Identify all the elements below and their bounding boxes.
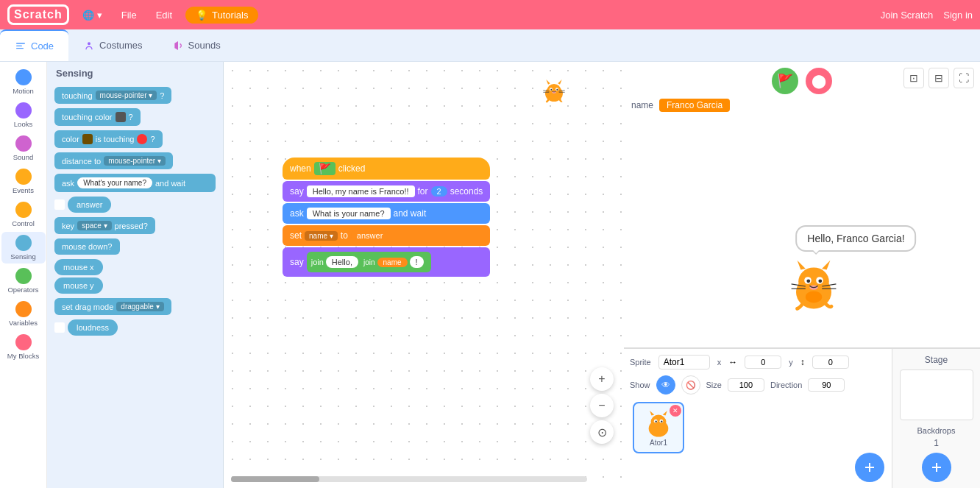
add-sprite-button[interactable]: [855, 453, 884, 482]
fit-button[interactable]: ⊙: [590, 420, 614, 444]
collapse-stage-button[interactable]: ⊟: [928, 68, 949, 88]
show-eye-button[interactable]: 👁: [656, 375, 675, 395]
block-touching-color[interactable]: touching color ?: [54, 108, 141, 126]
block-mouse-x[interactable]: mouse x: [54, 259, 103, 275]
say-label: say: [290, 186, 304, 197]
block-when-flag-clicked[interactable]: when 🚩 clicked: [283, 158, 490, 180]
sidebar-item-sensing[interactable]: Sensing: [1, 232, 46, 264]
block-mouse-down[interactable]: mouse down?: [54, 238, 120, 255]
looks-label: Looks: [14, 120, 32, 128]
svg-point-36: [661, 420, 662, 422]
sprite-name-input[interactable]: [658, 355, 710, 369]
blocks-panel-title: Sensing: [53, 68, 217, 79]
block-say-join[interactable]: say join Hello, join name !: [283, 247, 490, 277]
answer-checkbox[interactable]: [54, 199, 65, 210]
x-icon: ↔: [728, 357, 737, 367]
tutorials-button[interactable]: 💡 Tutorials: [185, 7, 258, 24]
sidebar-item-events[interactable]: Events: [1, 166, 46, 197]
name-dropdown: name ▾: [305, 231, 338, 241]
join-scratch-link[interactable]: Join Scratch: [881, 10, 934, 21]
sidebar-item-motion[interactable]: Motion: [1, 66, 46, 98]
block-ask-and-wait[interactable]: ask What is your name? and wait: [283, 203, 490, 224]
variables-label: Variables: [9, 319, 38, 327]
sidebar-item-control[interactable]: Control: [1, 199, 46, 230]
zoom-out-button[interactable]: −: [590, 394, 614, 417]
to-label: to: [341, 230, 348, 241]
sensing-dot: [15, 235, 32, 251]
scrollbar-thumb[interactable]: [231, 476, 319, 482]
sensing-label: Sensing: [10, 252, 35, 261]
stop-button[interactable]: ⬤: [806, 68, 832, 94]
block-set-drag-mode[interactable]: set drag mode draggable ▾: [54, 298, 171, 315]
tab-code[interactable]: Code: [0, 29, 68, 61]
block-answer[interactable]: answer: [68, 197, 111, 213]
sidebar-item-my-blocks[interactable]: My Blocks: [1, 331, 46, 363]
sidebar-item-looks[interactable]: Looks: [1, 99, 46, 131]
green-flag-button[interactable]: 🚩: [772, 68, 798, 94]
block-loudness[interactable]: loudness: [68, 319, 118, 336]
block-key-pressed[interactable]: key space ▾ pressed?: [54, 217, 155, 234]
block-mouse-y[interactable]: mouse y: [54, 277, 103, 294]
variables-dot: [15, 301, 32, 317]
svg-point-22: [818, 279, 822, 283]
file-menu[interactable]: File: [116, 7, 143, 24]
sidebar-item-variables[interactable]: Variables: [1, 298, 46, 330]
block-distance-to[interactable]: distance to mouse-pointer ▾: [54, 152, 173, 169]
loudness-checkbox[interactable]: [54, 322, 65, 333]
language-selector[interactable]: 🌐 ▾: [77, 7, 108, 24]
speech-bubble: Hello, Franco Garcia!: [795, 225, 916, 252]
lightbulb-icon: 💡: [196, 10, 207, 21]
svg-marker-12: [558, 79, 561, 85]
svg-point-5: [547, 84, 561, 96]
add-backdrop-button[interactable]: [922, 453, 951, 482]
fullscreen-button[interactable]: ⛶: [954, 68, 974, 88]
x-position-input[interactable]: [745, 356, 781, 369]
variable-display: name Franco Garcia: [631, 99, 730, 112]
size-input[interactable]: [728, 378, 764, 392]
stage-mini-preview[interactable]: [900, 369, 973, 420]
sprite-thumbnail-ator1[interactable]: ✕ Ator1: [633, 402, 684, 453]
block-set-variable[interactable]: set name ▾ to answer: [283, 225, 490, 246]
sidebar-item-sound[interactable]: Sound: [1, 132, 46, 164]
stage-area: 🚩 ⬤ ⊡ ⊟ ⛶ name Franco Garcia Hello, Fran…: [624, 62, 980, 348]
set-label: set: [290, 230, 302, 241]
my-blocks-dot: [15, 334, 32, 350]
ask-label: ask: [290, 208, 304, 219]
right-panel: 🚩 ⬤ ⊡ ⊟ ⛶ name Franco Garcia Hello, Fran…: [624, 62, 980, 488]
horizontal-scrollbar[interactable]: [231, 476, 587, 482]
block-ask[interactable]: ask What's your name? and wait: [54, 174, 216, 192]
sign-in-link[interactable]: Sign in: [943, 10, 973, 21]
say-text-value: Hello, my name is Franco!!: [307, 185, 415, 197]
and-wait-label: and wait: [394, 208, 427, 219]
backdrops-label: Backdrops: [917, 426, 956, 435]
exclaim-value: !: [410, 256, 424, 268]
block-touching[interactable]: touching mouse-pointer ▾ ?: [54, 87, 171, 104]
say2-label: say: [290, 257, 304, 267]
y-position-input[interactable]: [812, 356, 849, 369]
script-canvas: when 🚩 clicked say Hello, my name is Fra…: [224, 62, 624, 488]
delete-sprite-button[interactable]: ✕: [670, 405, 681, 417]
svg-marker-37: [650, 410, 654, 415]
sprite-label: Sprite: [630, 358, 651, 367]
events-dot: [15, 169, 32, 185]
tab-costumes[interactable]: Costumes: [68, 29, 157, 61]
svg-point-32: [651, 414, 667, 428]
stage-sprite: [784, 257, 843, 318]
svg-marker-38: [663, 410, 667, 415]
edit-menu[interactable]: Edit: [150, 7, 178, 24]
tab-sounds[interactable]: Sounds: [157, 29, 235, 61]
expand-stage-button[interactable]: ⊡: [903, 68, 924, 88]
zoom-in-button[interactable]: +: [590, 367, 614, 391]
block-say-for-seconds[interactable]: say Hello, my name is Franco!! for 2 sec…: [283, 181, 490, 202]
block-color-touching[interactable]: color is touching ?: [54, 130, 163, 148]
sidebar-item-operators[interactable]: Operators: [1, 265, 46, 297]
main-content: Motion Looks Sound Events Control Sensin…: [0, 62, 980, 488]
ask-text-value: What is your name?: [307, 208, 391, 219]
events-label: Events: [13, 186, 34, 194]
sound-dot: [15, 135, 32, 152]
for-label: for: [418, 186, 428, 197]
direction-input[interactable]: [808, 378, 845, 392]
scratch-logo[interactable]: Scratch: [7, 4, 69, 25]
hide-eye-button[interactable]: 🚫: [681, 375, 700, 395]
block-row-mousex: mouse x: [54, 259, 216, 275]
